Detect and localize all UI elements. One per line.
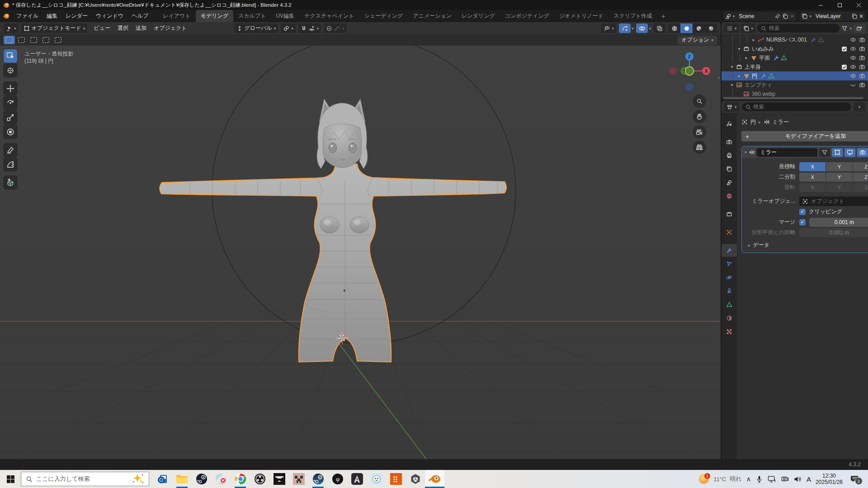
select-mode-subtract[interactable]: [28, 36, 39, 44]
outliner-row[interactable]: ▸円: [722, 71, 868, 80]
taskbar-app-phi-app[interactable]: φ: [328, 470, 347, 488]
properties-options-dropdown[interactable]: ▾: [854, 102, 865, 112]
menu-0[interactable]: ファイル: [12, 10, 42, 22]
outliner-row[interactable]: ▾いぬみみ: [722, 44, 868, 53]
properties-tab-scene[interactable]: [722, 176, 737, 189]
shading-rendered-button[interactable]: [705, 23, 717, 33]
menu-1[interactable]: 編集: [42, 10, 61, 22]
mirror-object-field[interactable]: オブジェクト: [799, 197, 868, 206]
expand-arrow-icon[interactable]: ▸: [743, 56, 750, 60]
shading-wireframe-button[interactable]: [668, 23, 680, 33]
properties-tab-viewlayer[interactable]: [722, 163, 737, 175]
remove-viewlayer-icon[interactable]: ✕: [859, 13, 863, 19]
breadcrumb-object[interactable]: 円: [750, 118, 756, 126]
camera-icon[interactable]: [859, 82, 865, 88]
taskbar-app-steam-dark[interactable]: [192, 470, 211, 488]
properties-tab-texture[interactable]: [722, 325, 737, 338]
axis-button-z[interactable]: Z: [853, 173, 868, 182]
workspace-tab[interactable]: スカルプト: [233, 10, 271, 22]
realtime-toggle[interactable]: [844, 148, 855, 157]
properties-tab-physics[interactable]: [722, 271, 737, 284]
select-mode-invert[interactable]: [40, 36, 52, 44]
check-icon[interactable]: [841, 46, 847, 52]
maximize-button[interactable]: [830, 0, 849, 10]
axis-button-y[interactable]: Y: [826, 162, 852, 171]
outliner-scrollbar[interactable]: [723, 97, 863, 99]
viewport-menu[interactable]: ビュー: [90, 23, 114, 33]
data-section-collapsed[interactable]: ▸ データ: [742, 238, 868, 250]
eye-icon[interactable]: [850, 73, 856, 79]
render-toggle[interactable]: [857, 148, 868, 157]
weather-widget[interactable]: 1 11°C 晴れ: [698, 473, 741, 485]
outliner-filter-id-dropdown[interactable]: ▾: [741, 23, 756, 33]
taskbar-app-chrome[interactable]: [231, 470, 250, 488]
merge-checkbox[interactable]: ✓: [799, 219, 806, 225]
blender-menu-logo-icon[interactable]: [3, 13, 9, 19]
merge-threshold-field[interactable]: 0.001 m: [809, 218, 868, 227]
tool-annotate[interactable]: [4, 143, 17, 157]
add-modifier-button[interactable]: +モディファイアーを追加: [741, 131, 868, 141]
breadcrumb-modifier[interactable]: ミラー: [773, 118, 789, 126]
on-cage-toggle[interactable]: [819, 148, 830, 157]
filter-funnel-icon[interactable]: [841, 25, 848, 32]
properties-tab-constraints[interactable]: [722, 285, 737, 297]
taskbar-app-obs[interactable]: [250, 470, 269, 488]
select-mode-extend[interactable]: [16, 36, 27, 44]
camera-icon[interactable]: [859, 73, 865, 79]
network-display-icon[interactable]: [768, 475, 776, 483]
ortho-toggle-button[interactable]: [693, 141, 706, 154]
taskbar-app-mascot-app[interactable]: [367, 470, 386, 488]
properties-editor-type-dropdown[interactable]: ▾: [724, 102, 739, 112]
clipping-checkbox[interactable]: ✓: [799, 209, 806, 215]
microphone-icon[interactable]: [755, 475, 763, 483]
taskbar-app-explorer[interactable]: [172, 470, 192, 488]
new-collection-button[interactable]: [854, 23, 865, 33]
eye-icon[interactable]: [850, 37, 856, 43]
camera-icon[interactable]: [859, 64, 865, 70]
outliner-item-label[interactable]: 平面: [759, 54, 770, 62]
scene-name[interactable]: Scene: [736, 13, 773, 19]
edit-mode-toggle[interactable]: [832, 148, 843, 157]
tool-add-cube[interactable]: [4, 176, 17, 189]
workspace-tab[interactable]: コンポジティング: [500, 10, 554, 22]
taskbar-app-steam[interactable]: [308, 470, 328, 488]
select-mode-set[interactable]: [4, 36, 15, 44]
show-gizmo-toggle[interactable]: [619, 23, 631, 33]
show-overlays-toggle[interactable]: [636, 23, 648, 33]
navigation-gizmo[interactable]: Z X Y: [665, 48, 714, 94]
add-workspace-button[interactable]: +: [657, 13, 670, 20]
expand-arrow-icon[interactable]: ▾: [745, 150, 747, 155]
workspace-tab[interactable]: スクリプト作成: [609, 10, 657, 22]
tray-expand-chevron[interactable]: ∧: [746, 475, 751, 483]
start-button[interactable]: [0, 470, 21, 488]
pivot-point-dropdown[interactable]: ▾: [281, 23, 296, 33]
workspace-tab[interactable]: レンダリング: [457, 10, 500, 22]
tool-transform[interactable]: [4, 125, 17, 139]
workspace-tab[interactable]: テクスチャペイント: [299, 10, 359, 22]
outliner-item-label[interactable]: いぬみみ: [752, 45, 774, 53]
zoom-button[interactable]: [693, 94, 706, 108]
outliner-item-label[interactable]: 360.webp: [752, 91, 775, 97]
scene-selector[interactable]: ▾ Scene ✕: [723, 12, 797, 21]
viewport-canvas[interactable]: ユーザー・透視投影 (119) 頭 | 円 Z X Y ‹: [0, 46, 721, 459]
options-dropdown[interactable]: オプション▾: [678, 36, 717, 45]
notification-center-icon[interactable]: 2: [847, 472, 863, 486]
axis-button-z[interactable]: Z: [853, 162, 868, 171]
outliner-search-input[interactable]: 検索: [757, 24, 840, 33]
transform-orientation-dropdown[interactable]: グローバル▾: [234, 23, 278, 33]
properties-tab-data[interactable]: [722, 298, 737, 311]
outliner-item-label[interactable]: NURBSパス.001: [766, 36, 807, 44]
tool-measure[interactable]: [4, 158, 17, 171]
taskbar-app-blender[interactable]: [425, 470, 444, 488]
tool-cursor[interactable]: [4, 64, 17, 77]
workspace-tab[interactable]: ジオメトリノード: [554, 10, 609, 22]
workspace-tab[interactable]: アニメーション: [408, 10, 457, 22]
taskbar-app-minecraft[interactable]: [289, 470, 308, 488]
modifier-name-field[interactable]: ミラー: [757, 148, 817, 157]
menu-2[interactable]: レンダー: [61, 10, 92, 22]
viewport-menu[interactable]: 追加: [132, 23, 150, 33]
proportional-edit-widget[interactable]: ▾: [324, 23, 347, 33]
menu-4[interactable]: ヘルプ: [127, 10, 152, 22]
snap-widget[interactable]: ▾: [298, 23, 321, 33]
properties-tab-particles[interactable]: [722, 258, 737, 270]
